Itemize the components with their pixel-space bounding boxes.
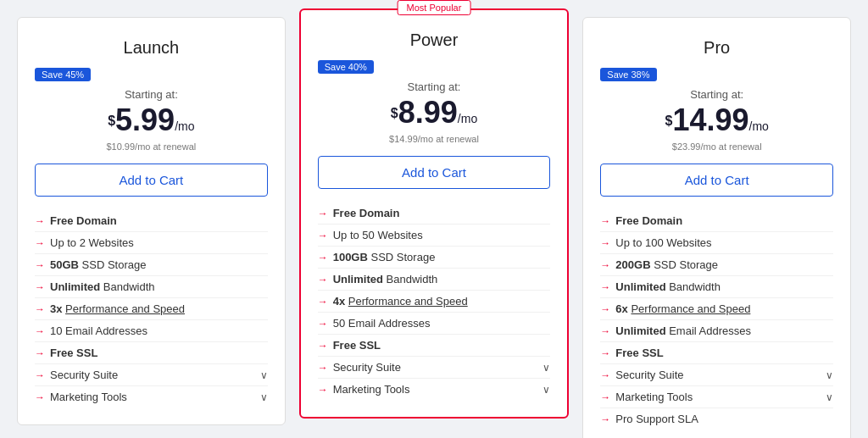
arrow-icon: → <box>35 303 45 315</box>
feature-text: Up to 100 Websites <box>615 236 711 249</box>
price-row: $8.99/mo <box>318 95 551 130</box>
feature-text: Marketing Tools <box>333 383 410 396</box>
arrow-icon: → <box>35 281 45 293</box>
feature-item: →Pro Support SLA <box>600 408 833 430</box>
card-title: Power <box>318 30 551 50</box>
chevron-down-icon: ∨ <box>542 384 550 396</box>
arrow-icon: → <box>600 325 610 337</box>
save-badge: Save 38% <box>600 68 656 81</box>
arrow-icon: → <box>600 281 610 293</box>
arrow-icon: → <box>318 340 328 352</box>
feature-text: 200GB SSD Storage <box>615 258 718 271</box>
arrow-icon: → <box>35 391 45 403</box>
arrow-icon: → <box>600 413 610 425</box>
features-list: →Free Domain →Up to 50 Websites →100GB S… <box>318 202 551 400</box>
feature-text: Up to 50 Websites <box>333 229 423 241</box>
add-to-cart-button[interactable]: Add to Cart <box>35 164 268 197</box>
feature-item: →Free Domain <box>35 210 268 232</box>
feature-item: →4x Performance and Speed <box>318 291 551 313</box>
feature-item: →Up to 2 Websites <box>35 232 268 254</box>
feature-text: Marketing Tools <box>615 391 693 403</box>
card-pro: ProSave 38%Starting at: $14.99/mo $23.99… <box>582 17 851 438</box>
renewal-price: $10.99/mo at renewal <box>35 141 268 152</box>
arrow-icon: → <box>600 237 610 249</box>
feature-text: 100GB SSD Storage <box>333 251 436 263</box>
arrow-icon: → <box>318 384 328 396</box>
add-to-cart-button[interactable]: Add to Cart <box>318 156 551 189</box>
arrow-icon: → <box>318 274 328 286</box>
feature-item[interactable]: →Marketing Tools∨ <box>35 386 268 408</box>
feature-item: →Unlimited Bandwidth <box>600 276 833 298</box>
feature-item: →Unlimited Email Addresses <box>600 320 833 342</box>
feature-text: Security Suite <box>333 361 401 374</box>
feature-item: →Unlimited Bandwidth <box>35 276 268 298</box>
price-row: $14.99/mo <box>600 103 833 138</box>
chevron-down-icon: ∨ <box>826 391 833 403</box>
features-list: →Free Domain →Up to 2 Websites →50GB SSD… <box>35 210 268 408</box>
feature-text: Free Domain <box>615 214 682 227</box>
renewal-price: $23.99/mo at renewal <box>600 141 833 152</box>
feature-text: Security Suite <box>615 369 683 381</box>
starting-at-label: Starting at: <box>35 88 268 101</box>
feature-text: Free SSL <box>50 347 97 359</box>
price-mo: /mo <box>458 112 477 125</box>
arrow-icon: → <box>600 215 610 227</box>
feature-text: Free Domain <box>333 207 400 219</box>
price-amount: 5.99 <box>115 103 175 137</box>
arrow-icon: → <box>35 369 45 381</box>
pricing-cards-container: LaunchSave 45%Starting at: $5.99/mo $10.… <box>17 17 851 438</box>
renewal-price: $14.99/mo at renewal <box>318 134 551 144</box>
feature-text: 50GB SSD Storage <box>50 258 146 271</box>
chevron-down-icon: ∨ <box>260 391 268 403</box>
feature-text: Pro Support SLA <box>615 413 698 425</box>
arrow-icon: → <box>35 259 45 271</box>
feature-text: Up to 2 Websites <box>50 236 134 249</box>
feature-item[interactable]: →Security Suite∨ <box>318 357 551 379</box>
feature-item: →200GB SSD Storage <box>600 254 833 276</box>
feature-text: Security Suite <box>50 369 118 381</box>
feature-text: 10 Email Addresses <box>50 324 147 337</box>
arrow-icon: → <box>600 259 610 271</box>
feature-text: Unlimited Bandwidth <box>615 280 721 293</box>
arrow-icon: → <box>318 208 328 219</box>
arrow-icon: → <box>35 325 45 337</box>
feature-item[interactable]: →Marketing Tools∨ <box>600 386 833 408</box>
arrow-icon: → <box>318 362 328 374</box>
feature-item: →Free SSL <box>35 342 268 364</box>
features-list: →Free Domain →Up to 100 Websites →200GB … <box>600 210 833 430</box>
feature-item[interactable]: →Security Suite∨ <box>35 364 268 386</box>
price-dollar: $ <box>391 106 398 120</box>
arrow-icon: → <box>318 252 328 263</box>
price-row: $5.99/mo <box>35 103 268 138</box>
starting-at-label: Starting at: <box>318 80 551 93</box>
feature-item: →Free SSL <box>600 342 833 364</box>
arrow-icon: → <box>35 237 45 249</box>
feature-item: →Free SSL <box>318 335 551 357</box>
arrow-icon: → <box>318 296 328 308</box>
feature-item[interactable]: →Security Suite∨ <box>600 364 833 386</box>
arrow-icon: → <box>600 347 610 359</box>
feature-text: Unlimited Bandwidth <box>333 273 438 286</box>
arrow-icon: → <box>600 303 610 315</box>
price-mo: /mo <box>175 119 194 133</box>
save-badge: Save 40% <box>318 60 374 74</box>
feature-item: →Unlimited Bandwidth <box>318 269 551 291</box>
card-title: Launch <box>35 38 268 58</box>
price-amount: 8.99 <box>398 95 458 130</box>
card-title: Pro <box>600 38 833 58</box>
feature-item: →10 Email Addresses <box>35 320 268 342</box>
feature-text: Free SSL <box>333 339 381 352</box>
feature-item[interactable]: →Marketing Tools∨ <box>318 379 551 400</box>
chevron-down-icon: ∨ <box>542 362 550 374</box>
save-badge: Save 45% <box>35 68 91 81</box>
feature-item: →50GB SSD Storage <box>35 254 268 276</box>
feature-item: →50 Email Addresses <box>318 313 551 335</box>
feature-text: 50 Email Addresses <box>333 317 431 330</box>
feature-text: Unlimited Bandwidth <box>50 280 155 293</box>
feature-text: 4x Performance and Speed <box>333 295 468 308</box>
feature-item: →6x Performance and Speed <box>600 298 833 320</box>
add-to-cart-button[interactable]: Add to Cart <box>600 164 833 197</box>
most-popular-badge: Most Popular <box>398 0 471 15</box>
feature-item: →Up to 50 Websites <box>318 225 551 247</box>
feature-text: Free Domain <box>50 214 117 227</box>
